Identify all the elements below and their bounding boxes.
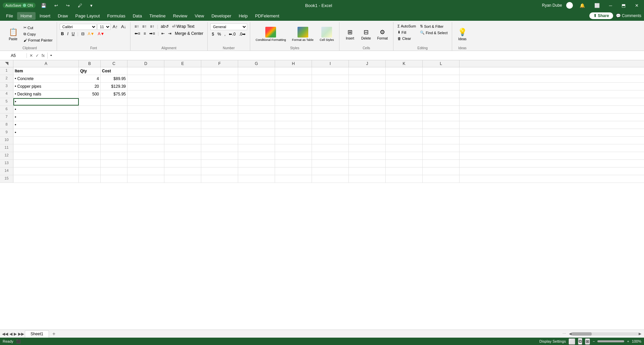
list-item[interactable] — [101, 121, 127, 129]
list-item[interactable] — [101, 167, 127, 175]
col-header-l[interactable]: L — [423, 60, 460, 67]
list-item[interactable] — [79, 129, 101, 136]
list-item[interactable] — [101, 152, 127, 159]
list-item[interactable] — [101, 98, 127, 106]
list-item[interactable]: Qty — [79, 67, 101, 75]
scrollbar-thumb[interactable] — [572, 332, 592, 336]
list-item[interactable] — [349, 90, 386, 98]
row-number[interactable]: 4 — [0, 90, 13, 98]
number-format-select[interactable]: General — [210, 23, 247, 30]
list-item[interactable] — [127, 121, 164, 129]
percent-button[interactable]: % — [216, 31, 222, 37]
menu-draw[interactable]: Draw — [54, 12, 71, 20]
menu-developer[interactable]: Developer — [208, 12, 234, 20]
row-number[interactable]: 7 — [0, 114, 13, 121]
list-item[interactable] — [275, 83, 312, 90]
clear-button[interactable]: 🗑 Clear — [396, 36, 417, 41]
list-item[interactable] — [164, 144, 201, 152]
font-name-select[interactable]: Calibri — [60, 24, 97, 30]
list-item[interactable] — [275, 121, 312, 129]
list-item[interactable] — [349, 137, 386, 144]
display-settings-label[interactable]: Display Settings — [539, 339, 566, 343]
redo-button[interactable]: ↪ — [63, 2, 72, 9]
list-item[interactable] — [312, 106, 349, 113]
list-item[interactable] — [238, 175, 275, 183]
list-item[interactable] — [101, 160, 127, 167]
list-item[interactable] — [349, 114, 386, 121]
list-item[interactable] — [312, 90, 349, 98]
list-item[interactable] — [127, 152, 164, 159]
cell-styles-button[interactable]: Cell Styles — [317, 23, 337, 45]
comments-button[interactable]: 💬 Comments — [616, 12, 641, 19]
list-item[interactable] — [127, 98, 164, 106]
find-select-button[interactable]: 🔍 Find & Select — [419, 30, 449, 36]
list-item[interactable] — [386, 144, 423, 152]
list-item[interactable] — [275, 175, 312, 183]
list-item[interactable]: Cost — [101, 67, 127, 75]
list-item[interactable] — [164, 83, 201, 90]
list-item[interactable] — [349, 67, 386, 75]
confirm-formula-button[interactable]: ✓ — [35, 53, 40, 59]
list-item[interactable] — [238, 137, 275, 144]
list-item[interactable] — [386, 167, 423, 175]
list-item[interactable] — [238, 114, 275, 121]
col-header-d[interactable]: D — [127, 60, 164, 67]
row-number[interactable]: 1 — [0, 67, 13, 75]
menu-review[interactable]: Review — [170, 12, 191, 20]
list-item[interactable] — [164, 114, 201, 121]
list-item[interactable] — [127, 175, 164, 183]
list-item[interactable] — [275, 75, 312, 82]
list-item[interactable] — [275, 98, 312, 106]
list-item[interactable] — [423, 121, 460, 129]
list-item[interactable] — [101, 144, 127, 152]
list-item[interactable] — [386, 137, 423, 144]
list-item[interactable] — [238, 160, 275, 167]
autosave-toggle[interactable]: AutoSave ON — [3, 3, 36, 8]
list-item[interactable] — [238, 144, 275, 152]
row-number[interactable]: 2 — [0, 75, 13, 82]
list-item[interactable]: Item — [13, 67, 79, 75]
align-top-right-button[interactable]: ≡↑ — [149, 23, 156, 29]
list-item[interactable] — [423, 137, 460, 144]
list-item[interactable]: 4 — [79, 75, 101, 82]
list-item[interactable] — [238, 75, 275, 82]
list-item[interactable] — [127, 83, 164, 90]
align-left-button[interactable]: ⬅≡ — [133, 30, 142, 37]
col-header-a[interactable]: A — [13, 60, 79, 67]
list-item[interactable]: • — [13, 98, 79, 106]
list-item[interactable] — [201, 83, 238, 90]
list-item[interactable] — [101, 175, 127, 183]
insert-button[interactable]: ⊞ Insert — [342, 23, 358, 45]
menu-page-layout[interactable]: Page Layout — [72, 12, 103, 20]
list-item[interactable] — [312, 137, 349, 144]
list-item[interactable] — [312, 75, 349, 82]
list-item[interactable] — [101, 129, 127, 136]
list-item[interactable] — [275, 129, 312, 136]
list-item[interactable] — [312, 114, 349, 121]
list-item[interactable] — [164, 106, 201, 113]
list-item[interactable] — [79, 106, 101, 113]
list-item[interactable] — [79, 114, 101, 121]
list-item[interactable] — [127, 160, 164, 167]
save-button[interactable]: 💾 — [38, 2, 49, 9]
list-item[interactable] — [386, 114, 423, 121]
page-layout-view-button[interactable]: ⧉ — [578, 338, 582, 345]
fill-color-button[interactable]: A▼ — [87, 31, 96, 37]
menu-timeline[interactable]: Timeline — [146, 12, 169, 20]
list-item[interactable] — [386, 129, 423, 136]
list-item[interactable] — [349, 98, 386, 106]
notification-button[interactable]: 🔔 — [577, 2, 588, 9]
list-item[interactable] — [79, 98, 101, 106]
list-item[interactable] — [423, 160, 460, 167]
col-header-f[interactable]: F — [201, 60, 238, 67]
menu-home[interactable]: Home — [17, 12, 36, 20]
list-item[interactable]: $75.95 — [101, 90, 127, 98]
cut-button[interactable]: ✂ Cut — [22, 25, 54, 30]
currency-button[interactable]: $ — [211, 31, 216, 37]
list-item[interactable] — [201, 137, 238, 144]
paste-button[interactable]: 📋 Paste — [5, 23, 21, 45]
horizontal-scrollbar[interactable]: ◀ ▶ — [569, 332, 641, 336]
list-item[interactable] — [201, 160, 238, 167]
list-item[interactable] — [238, 106, 275, 113]
cancel-formula-button[interactable]: ✕ — [29, 53, 34, 59]
